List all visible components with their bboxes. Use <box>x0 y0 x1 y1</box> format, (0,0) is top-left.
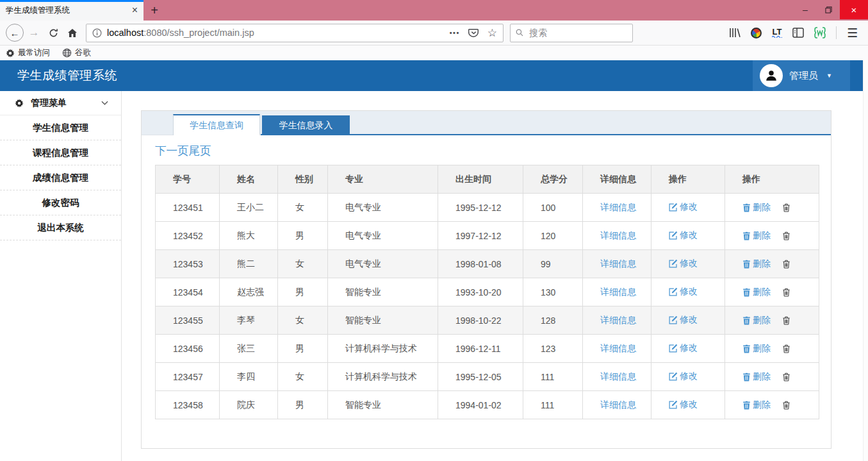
cell-credits: 99 <box>523 250 583 278</box>
delete-link[interactable]: 删除 <box>742 343 771 355</box>
cell-major: 智能专业 <box>328 306 438 335</box>
sidebar-menu-header[interactable]: 管理菜单 <box>0 91 121 115</box>
pocket-icon[interactable] <box>468 28 479 38</box>
edit-link[interactable]: 修改 <box>669 286 698 298</box>
trash-icon-button[interactable] <box>782 260 790 269</box>
cell-birth: 1995-12-12 <box>438 194 523 222</box>
active-tab-stripe <box>0 0 143 2</box>
table-row: 123451王小二女电气专业1995-12-12100详细信息修改删除 <box>156 194 819 222</box>
search-input[interactable] <box>528 27 627 38</box>
edit-link[interactable]: 修改 <box>669 371 698 382</box>
trash-icon-button[interactable] <box>782 316 790 325</box>
search-box[interactable] <box>510 24 633 42</box>
sidebar-item[interactable]: 修改密码 <box>0 190 121 215</box>
detail-link[interactable]: 详细信息 <box>600 399 636 411</box>
lens-addon-icon[interactable] <box>751 28 762 38</box>
trash-icon-button[interactable] <box>782 373 790 381</box>
cell-detail: 详细信息 <box>583 278 651 306</box>
trash-icon-button[interactable] <box>782 231 790 240</box>
cell-major: 智能专业 <box>328 391 438 419</box>
minimize-button[interactable]: – <box>794 0 817 19</box>
detail-link[interactable]: 详细信息 <box>600 371 636 383</box>
sidebar: 管理菜单 学生信息管理课程信息管理成绩信息管理修改密码退出本系统 <box>0 91 122 461</box>
cell-name: 张三 <box>220 335 278 363</box>
close-button[interactable]: × <box>840 0 868 19</box>
delete-link[interactable]: 删除 <box>742 371 771 383</box>
delete-link[interactable]: 删除 <box>742 399 771 411</box>
forward-button[interactable]: → <box>24 23 44 42</box>
cell-id: 123456 <box>156 335 220 363</box>
delete-link[interactable]: 删除 <box>742 202 771 214</box>
browser-tab[interactable]: 学生成绩管理系统 × <box>0 0 143 21</box>
bookmark-google[interactable]: 谷歌 <box>62 47 91 58</box>
edit-link[interactable]: 修改 <box>669 399 698 410</box>
url-bar[interactable]: localhost:8080/ssh_project/main.jsp ••• … <box>86 24 504 42</box>
trash-icon-button[interactable] <box>782 401 790 410</box>
site-info-icon[interactable] <box>92 28 102 38</box>
trash-icon-button[interactable] <box>782 203 790 212</box>
edit-link[interactable]: 修改 <box>669 201 698 213</box>
table-row: 123455李琴女智能专业1998-10-22128详细信息修改删除 <box>156 306 819 335</box>
menu-hamburger-icon[interactable]: ☰ <box>847 27 858 39</box>
edit-link[interactable]: 修改 <box>669 342 698 354</box>
languagetool-icon[interactable]: LT <box>772 28 782 38</box>
cell-detail: 详细信息 <box>583 335 651 363</box>
trash-icon-button[interactable] <box>782 288 790 297</box>
edit-link[interactable]: 修改 <box>669 258 698 269</box>
new-tab-button[interactable]: + <box>143 0 165 21</box>
delete-link[interactable]: 删除 <box>742 315 771 326</box>
pagination: 下一页尾页 <box>155 143 831 158</box>
delete-link[interactable]: 删除 <box>742 230 771 242</box>
admin-menu[interactable]: 管理员 ▼ <box>753 60 850 91</box>
main-content: 学生信息查询学生信息录入 下一页尾页 学号姓名性别专业出生时间总学分详细信息操作… <box>122 91 868 461</box>
library-icon[interactable] <box>729 28 741 38</box>
pagination-link[interactable]: 下一页 <box>155 144 189 157</box>
restore-button[interactable] <box>817 0 840 19</box>
page-actions-icon[interactable]: ••• <box>450 29 460 37</box>
edit-link[interactable]: 修改 <box>669 314 698 326</box>
page-scrollbar[interactable] <box>863 60 868 461</box>
trash-icon <box>782 373 790 381</box>
sidebar-item[interactable]: 成绩信息管理 <box>0 165 121 190</box>
cell-gender: 男 <box>278 278 328 306</box>
detail-link[interactable]: 详细信息 <box>600 258 636 270</box>
content-tab[interactable]: 学生信息录入 <box>262 115 350 135</box>
cell-id: 123451 <box>156 194 220 222</box>
pagination-link[interactable]: 尾页 <box>189 144 211 157</box>
detail-link[interactable]: 详细信息 <box>600 287 636 298</box>
sidebar-toggle-icon[interactable] <box>792 28 804 38</box>
trash-icon-button[interactable] <box>782 344 790 353</box>
home-button[interactable] <box>63 23 82 42</box>
cell-delete: 删除 <box>725 194 819 222</box>
cell-credits: 123 <box>523 335 583 363</box>
tab-close-icon[interactable]: × <box>132 5 138 15</box>
table-row: 123456张三男计算机科学与技术1996-12-11123详细信息修改删除 <box>156 335 819 363</box>
edit-link[interactable]: 修改 <box>669 230 698 241</box>
person-icon <box>765 69 778 82</box>
table-row: 123458院庆男智能专业1994-01-02111详细信息修改删除 <box>156 391 819 419</box>
sidebar-item[interactable]: 退出本系统 <box>0 215 121 240</box>
back-button[interactable]: ← <box>5 23 24 42</box>
trash-icon <box>742 344 751 353</box>
cell-id: 123453 <box>156 250 220 278</box>
detail-link[interactable]: 详细信息 <box>600 230 636 242</box>
content-tab[interactable]: 学生信息查询 <box>173 114 260 135</box>
delete-link[interactable]: 删除 <box>742 287 771 298</box>
cell-edit: 修改 <box>651 363 725 391</box>
delete-link[interactable]: 删除 <box>742 258 771 270</box>
refresh-button[interactable] <box>44 23 63 42</box>
sidebar-item[interactable]: 课程信息管理 <box>0 140 121 165</box>
bookmark-most-visited[interactable]: 最常访问 <box>6 47 50 58</box>
detail-link[interactable]: 详细信息 <box>600 315 636 326</box>
cell-edit: 修改 <box>651 194 725 222</box>
detail-link[interactable]: 详细信息 <box>600 202 636 214</box>
bookmark-star-icon[interactable]: ☆ <box>487 28 497 38</box>
table-row: 123454赵志强男智能专业1993-10-20130详细信息修改删除 <box>156 278 819 306</box>
wappalyzer-addon-icon[interactable] <box>814 27 826 38</box>
sidebar-item[interactable]: 学生信息管理 <box>0 115 121 140</box>
cell-id: 123457 <box>156 363 220 391</box>
cell-name: 李琴 <box>220 306 278 335</box>
column-header: 姓名 <box>220 165 278 194</box>
cell-edit: 修改 <box>651 250 725 278</box>
detail-link[interactable]: 详细信息 <box>600 343 636 355</box>
